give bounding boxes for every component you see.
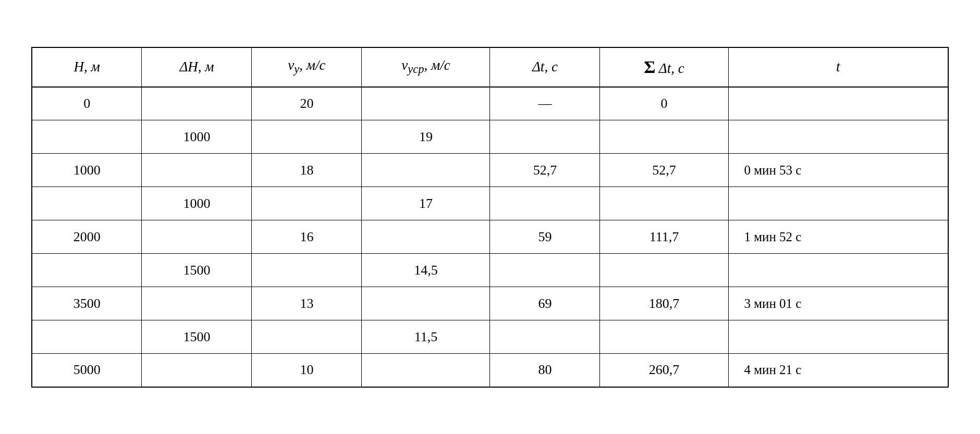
cell-dH: 1000 — [142, 187, 252, 220]
cell-dt: 52,7 — [490, 154, 600, 187]
cell-dt — [490, 120, 600, 154]
table-row: 150014,5 — [32, 254, 948, 287]
cell-sdt: 260,7 — [600, 354, 728, 387]
cell-dt — [490, 254, 600, 287]
cell-sdt — [600, 254, 728, 287]
cell-H — [32, 254, 142, 287]
cell-vy — [252, 320, 362, 354]
cell-t: 3 мин 01 с — [728, 287, 948, 320]
cell-dH: 1500 — [142, 320, 252, 354]
cell-vyср — [362, 154, 490, 187]
cell-sdt: 180,7 — [600, 287, 728, 320]
cell-vy: 20 — [252, 87, 362, 120]
cell-t — [728, 187, 948, 220]
cell-sdt — [600, 187, 728, 220]
cell-vy — [252, 187, 362, 220]
cell-vyср — [362, 287, 490, 320]
table-row: 20001659111,71 мин 52 с — [32, 220, 948, 254]
header-H: H, м — [32, 47, 142, 87]
cell-vyср: 14,5 — [362, 254, 490, 287]
cell-t — [728, 120, 948, 154]
cell-vy: 13 — [252, 287, 362, 320]
cell-dH — [142, 154, 252, 187]
cell-dH — [142, 287, 252, 320]
cell-dt: 59 — [490, 220, 600, 254]
cell-dt — [490, 187, 600, 220]
cell-H: 0 — [32, 87, 142, 120]
cell-dt: — — [490, 87, 600, 120]
cell-vyср — [362, 87, 490, 120]
table-row: 50001080260,74 мин 21 с — [32, 354, 948, 387]
cell-sdt: 111,7 — [600, 220, 728, 254]
cell-H: 5000 — [32, 354, 142, 387]
cell-vyср: 17 — [362, 187, 490, 220]
header-dH: ΔH, м — [142, 47, 252, 87]
cell-dH — [142, 87, 252, 120]
cell-vy: 18 — [252, 154, 362, 187]
header-dt: Δt, с — [490, 47, 600, 87]
cell-t: 1 мин 52 с — [728, 220, 948, 254]
cell-H — [32, 187, 142, 220]
cell-sdt: 0 — [600, 87, 728, 120]
cell-t: 4 мин 21 с — [728, 354, 948, 387]
table-row: 150011,5 — [32, 320, 948, 354]
cell-vy: 16 — [252, 220, 362, 254]
cell-vy — [252, 120, 362, 154]
cell-t: 0 мин 53 с — [728, 154, 948, 187]
cell-dt: 80 — [490, 354, 600, 387]
cell-vyср: 11,5 — [362, 320, 490, 354]
cell-sdt — [600, 120, 728, 154]
cell-H: 1000 — [32, 154, 142, 187]
table-row: 10001852,752,70 мин 53 с — [32, 154, 948, 187]
cell-t — [728, 254, 948, 287]
table-row: 100019 — [32, 120, 948, 154]
cell-vyср — [362, 220, 490, 254]
cell-dH: 1500 — [142, 254, 252, 287]
table-body: 020—010001910001852,752,70 мин 53 с10001… — [32, 87, 948, 387]
table-row: 35001369180,73 мин 01 с — [32, 287, 948, 320]
cell-sdt — [600, 320, 728, 354]
data-table: H, м ΔH, м vy, м/с vyср, м/с Δt, с Σ Δt,… — [31, 47, 949, 388]
header-row: H, м ΔH, м vy, м/с vyср, м/с Δt, с Σ Δt,… — [32, 47, 948, 87]
cell-dH: 1000 — [142, 120, 252, 154]
header-vy: vy, м/с — [252, 47, 362, 87]
cell-H — [32, 120, 142, 154]
cell-dt: 69 — [490, 287, 600, 320]
table-row: 020—0 — [32, 87, 948, 120]
cell-t — [728, 87, 948, 120]
header-t: t — [728, 47, 948, 87]
cell-vyср: 19 — [362, 120, 490, 154]
cell-dt — [490, 320, 600, 354]
main-table-container: H, м ΔH, м vy, м/с vyср, м/с Δt, с Σ Δt,… — [31, 47, 949, 388]
cell-H: 2000 — [32, 220, 142, 254]
cell-vyср — [362, 354, 490, 387]
header-vyср: vyср, м/с — [362, 47, 490, 87]
header-sdt: Σ Δt, с — [600, 47, 728, 87]
cell-H: 3500 — [32, 287, 142, 320]
cell-t — [728, 320, 948, 354]
cell-dH — [142, 354, 252, 387]
cell-sdt: 52,7 — [600, 154, 728, 187]
table-row: 100017 — [32, 187, 948, 220]
cell-vy — [252, 254, 362, 287]
cell-H — [32, 320, 142, 354]
cell-vy: 10 — [252, 354, 362, 387]
cell-dH — [142, 220, 252, 254]
